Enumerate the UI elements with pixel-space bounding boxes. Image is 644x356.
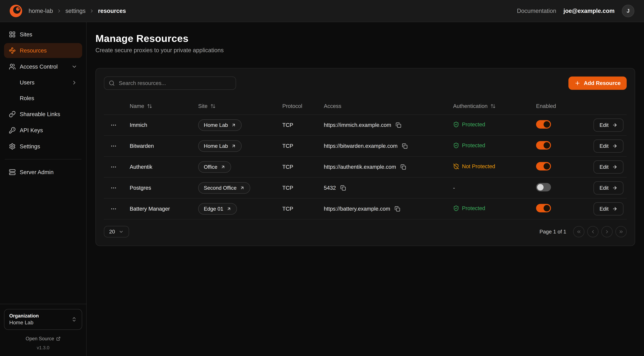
resource-access-url: https://immich.example.com: [324, 122, 391, 128]
edit-button-label: Edit: [600, 206, 608, 212]
enabled-toggle[interactable]: [536, 204, 551, 212]
ellipsis-icon: [110, 122, 117, 128]
shield-off-icon: [453, 163, 459, 170]
page-subtitle: Create secure proxies to your private ap…: [96, 47, 635, 54]
sidebar-item-access-control[interactable]: Access Control: [4, 59, 82, 74]
site-link-button[interactable]: Second Office: [198, 182, 250, 194]
resource-access-url: https://bitwarden.example.com: [324, 143, 398, 149]
documentation-link[interactable]: Documentation: [517, 8, 556, 14]
first-page-button[interactable]: [573, 226, 584, 237]
sidebar-item-sites[interactable]: Sites: [4, 27, 82, 42]
table-row: Immich Home Lab TCP https://immich.examp…: [104, 115, 627, 136]
row-menu-button[interactable]: [109, 183, 118, 193]
pagination: Page 1 of 1: [540, 226, 627, 237]
sidebar-item-label: Shareable Links: [20, 111, 60, 118]
site-name: Office: [204, 164, 217, 170]
breadcrumb-separator-icon: [56, 8, 62, 14]
auth-status: Not Protected: [453, 163, 495, 170]
copy-access-button[interactable]: [395, 122, 402, 129]
page-size-select[interactable]: 20: [104, 226, 129, 238]
resources-card: Add Resource Name Site: [96, 68, 635, 246]
row-menu-button[interactable]: [109, 162, 118, 172]
row-menu-button[interactable]: [109, 204, 118, 214]
chevrons-up-down-icon: [71, 316, 77, 322]
enabled-toggle[interactable]: [536, 120, 551, 128]
add-resource-button[interactable]: Add Resource: [568, 76, 627, 90]
site-link-button[interactable]: Office: [198, 161, 231, 173]
search-box: [104, 76, 236, 90]
edit-button[interactable]: Edit: [594, 181, 624, 194]
site-link-button[interactable]: Home Lab: [198, 119, 242, 131]
breadcrumb-org[interactable]: home-lab: [28, 8, 53, 14]
pangolin-logo-icon[interactable]: [10, 5, 22, 17]
column-header-name[interactable]: Name: [130, 103, 198, 109]
site-link-button[interactable]: Home Lab: [198, 140, 242, 152]
chevron-right-icon: [604, 229, 610, 234]
search-input[interactable]: [118, 80, 231, 87]
last-page-button[interactable]: [616, 226, 627, 237]
edit-button[interactable]: Edit: [594, 202, 624, 216]
enabled-toggle[interactable]: [536, 183, 551, 192]
row-menu-button[interactable]: [109, 120, 118, 130]
enabled-toggle[interactable]: [536, 162, 551, 170]
ellipsis-icon: [110, 185, 117, 191]
sidebar-item-label: Server Admin: [20, 169, 54, 176]
resource-protocol: TCP: [282, 122, 324, 128]
arrow-right-icon: [612, 122, 618, 128]
enabled-toggle[interactable]: [536, 141, 551, 150]
sidebar-item-label: Access Control: [20, 64, 58, 70]
sidebar-item-users[interactable]: Users: [4, 75, 82, 90]
auth-status-label: Not Protected: [462, 163, 495, 170]
sidebar-item-api-keys[interactable]: API Keys: [4, 123, 82, 138]
site-name: Home Lab: [204, 143, 228, 149]
copy-access-button[interactable]: [394, 205, 401, 212]
arrow-right-icon: [612, 185, 618, 190]
auth-status-label: Protected: [462, 121, 485, 128]
breadcrumb-resources[interactable]: resources: [98, 8, 126, 14]
column-header-enabled: Enabled: [536, 103, 582, 109]
column-header-site[interactable]: Site: [198, 103, 282, 109]
organization-selector[interactable]: Organization Home Lab: [4, 309, 82, 330]
chevron-right-icon: [71, 80, 77, 86]
resource-name: Postgres: [130, 185, 198, 191]
user-email-menu[interactable]: joe@example.com: [564, 8, 614, 14]
arrow-right-icon: [612, 206, 618, 212]
search-icon: [109, 80, 115, 86]
arrow-up-right-icon: [231, 123, 236, 128]
auth-status: Protected: [453, 205, 485, 212]
chevrons-left-icon: [576, 229, 582, 234]
next-page-button[interactable]: [601, 226, 612, 237]
sidebar-item-server-admin[interactable]: Server Admin: [4, 165, 82, 180]
resources-icon: [9, 47, 16, 54]
open-source-link[interactable]: Open Source: [4, 336, 82, 342]
edit-button[interactable]: Edit: [594, 118, 624, 132]
copy-access-button[interactable]: [340, 184, 347, 192]
previous-page-button[interactable]: [587, 226, 598, 237]
breadcrumb-settings[interactable]: settings: [66, 8, 86, 14]
sidebar-item-label: Users: [20, 79, 34, 86]
column-header-protocol: Protocol: [282, 103, 324, 109]
user-avatar[interactable]: J: [622, 5, 634, 17]
sidebar-item-settings[interactable]: Settings: [4, 139, 82, 154]
sidebar-item-roles[interactable]: Roles: [4, 91, 82, 106]
server-admin-icon: [9, 169, 16, 176]
auth-status-label: Protected: [462, 205, 485, 212]
row-menu-button[interactable]: [109, 141, 118, 151]
site-name: Edge 01: [204, 206, 223, 212]
table-header: Name Site Protocol: [104, 98, 627, 115]
sort-icon: [147, 104, 152, 109]
site-link-button[interactable]: Edge 01: [198, 203, 237, 215]
chevron-down-icon: [118, 229, 124, 234]
sidebar-item-shareable-links[interactable]: Shareable Links: [4, 107, 82, 122]
sort-icon: [490, 104, 496, 109]
external-link-icon: [56, 336, 60, 341]
edit-button[interactable]: Edit: [594, 160, 624, 174]
column-header-authentication[interactable]: Authentication: [453, 103, 536, 109]
copy-access-button[interactable]: [401, 142, 408, 150]
resource-protocol: TCP: [282, 206, 324, 212]
edit-button[interactable]: Edit: [594, 140, 624, 153]
arrow-up-right-icon: [240, 186, 244, 190]
copy-access-button[interactable]: [400, 163, 407, 170]
topbar: home-lab settings resources Documentatio…: [0, 0, 644, 22]
sidebar-item-resources[interactable]: Resources: [4, 43, 82, 58]
